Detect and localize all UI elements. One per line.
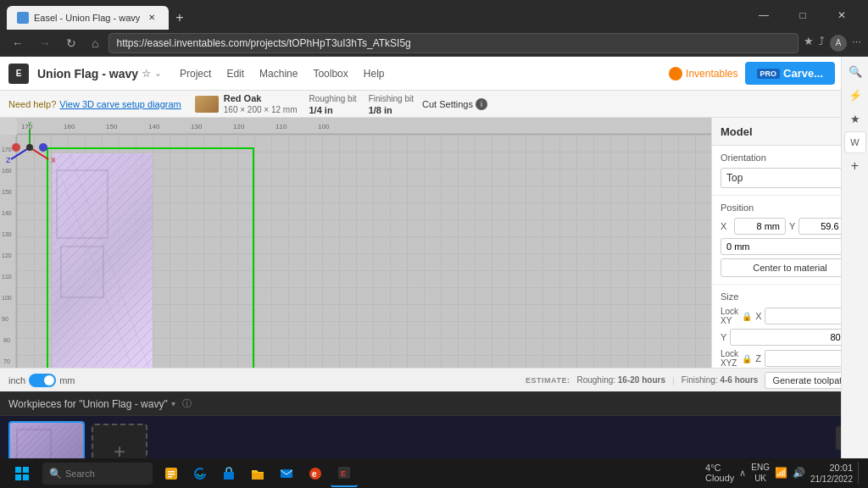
window-controls: — □ ✕ — [744, 0, 861, 30]
more-icon[interactable]: ··· — [852, 35, 861, 52]
tab-close-icon[interactable]: ✕ — [145, 11, 159, 25]
taskbar-explorer-icon[interactable] — [244, 460, 271, 487]
help-text: Need help? — [8, 99, 56, 109]
home-button[interactable]: ⌂ — [86, 35, 103, 52]
weather-temp: 4°C Cloudy — [705, 463, 734, 483]
close-button[interactable]: ✕ — [822, 0, 861, 30]
lock-xyz-label: Lock XYZ — [721, 349, 738, 368]
lock-xyz-icon[interactable]: 🔒 — [742, 354, 752, 363]
wood-swatch — [195, 96, 219, 113]
inventables-icon — [669, 67, 682, 80]
bit-info: Roughing bit 1/4 in Finishing bit 1/8 in — [309, 92, 415, 116]
search-icon: 🔍 — [49, 468, 62, 480]
show-desktop-button[interactable] — [858, 462, 865, 484]
start-button[interactable] — [3, 458, 41, 488]
orientation-label: Orientation — [721, 152, 860, 163]
taskbar-store-icon[interactable] — [215, 460, 242, 487]
info-icon[interactable]: ⓘ — [182, 397, 192, 410]
nav-project[interactable]: Project — [173, 64, 218, 83]
taskbar-file-icon[interactable] — [158, 460, 185, 487]
size-x-label: X — [755, 311, 761, 321]
axis-widget: Y X Z — [4, 122, 55, 173]
app-nav: Project Edit Machine Toolbox Help — [173, 64, 391, 83]
taskbar-search[interactable]: 🔍 Search — [42, 463, 153, 485]
pos-x-label: X — [721, 221, 731, 231]
new-tab-button[interactable]: + — [169, 6, 190, 30]
tab-title: Easel - Union Flag - wavy — [34, 13, 140, 23]
sidebar-copilot-icon[interactable]: ⚡ — [844, 84, 866, 106]
help-diagram-link[interactable]: View 3D carve setup diagram — [59, 99, 181, 109]
svg-rect-31 — [53, 153, 153, 368]
svg-text:140: 140 — [148, 123, 160, 130]
url-input[interactable] — [108, 33, 798, 53]
taskbar-app-icons: e E — [158, 460, 358, 487]
nav-toolbox[interactable]: Toolbox — [306, 64, 354, 83]
svg-text:90: 90 — [2, 316, 8, 322]
cut-settings-info-icon: i — [476, 98, 487, 110]
taskbar-mail-icon[interactable] — [273, 460, 300, 487]
unit-switch[interactable] — [29, 374, 56, 387]
svg-rect-48 — [281, 469, 292, 478]
svg-point-6 — [26, 144, 33, 151]
lock-xy-icon[interactable]: 🔒 — [742, 312, 752, 321]
refresh-button[interactable]: ↻ — [61, 35, 81, 52]
sidebar-collections-icon[interactable]: ★ — [844, 108, 866, 130]
nav-help[interactable]: Help — [357, 64, 392, 83]
svg-rect-47 — [224, 472, 234, 480]
system-tray: 4°C Cloudy ∧ ENG UK 📶 🔊 20:01 21/12/2022 — [705, 462, 865, 485]
app-title: Union Flag - wavy ☆ ⌄ — [37, 67, 161, 80]
minimize-button[interactable]: — — [744, 0, 783, 30]
svg-text:Z: Z — [6, 156, 11, 164]
profile-icon[interactable]: A — [830, 35, 847, 52]
carve-button[interactable]: PRO Carve... — [745, 62, 836, 85]
nav-edit[interactable]: Edit — [220, 64, 251, 83]
orientation-select[interactable]: Top ▾ — [721, 168, 860, 188]
maximize-button[interactable]: □ — [783, 0, 822, 30]
wifi-icon[interactable]: 📶 — [775, 467, 787, 479]
search-label: Search — [65, 469, 95, 479]
back-button[interactable]: ← — [7, 35, 29, 52]
share-icon[interactable]: ⤴ — [819, 35, 825, 52]
taskbar-edge-icon[interactable] — [186, 460, 214, 487]
nav-machine[interactable]: Machine — [253, 64, 304, 83]
roughing-value: 1/4 in — [309, 105, 333, 115]
finishing-label: Finishing bit — [369, 94, 414, 103]
taskbar-app6-icon[interactable]: e — [302, 460, 329, 487]
clock[interactable]: 20:01 21/12/2022 — [810, 462, 853, 485]
inventables-link[interactable]: Inventables — [669, 67, 737, 80]
forward-button[interactable]: → — [34, 35, 56, 52]
roughing-label: Roughing bit — [309, 94, 357, 103]
svg-text:X: X — [51, 156, 55, 164]
taskbar-app7-icon[interactable]: E — [331, 460, 358, 487]
wood-name: Red Oak — [224, 93, 298, 104]
svg-text:110: 110 — [2, 274, 12, 280]
tray-icons-button[interactable]: ∧ — [739, 468, 746, 479]
pos-x-input[interactable] — [734, 218, 786, 235]
title-chevron-icon[interactable]: ⌄ — [154, 69, 161, 78]
speaker-icon[interactable]: 🔊 — [793, 467, 805, 479]
svg-rect-40 — [23, 467, 29, 473]
star-favorite-icon[interactable]: ☆ — [142, 68, 151, 80]
center-to-material-button[interactable]: Center to material — [721, 258, 860, 277]
svg-text:140: 140 — [2, 210, 12, 216]
sidebar-add-icon[interactable]: + — [844, 155, 866, 177]
dropdown-icon[interactable]: ▾ — [171, 399, 175, 408]
star-icon[interactable]: ★ — [804, 35, 814, 52]
sidebar-search-icon[interactable]: 🔍 — [844, 60, 866, 82]
svg-rect-46 — [168, 476, 172, 478]
svg-rect-41 — [15, 474, 21, 480]
cut-settings-button[interactable]: Cut Settings i — [422, 98, 487, 110]
canvas-area[interactable]: Y X Z 170 160 150 140 130 120 — [0, 118, 711, 368]
wood-dimensions: 160 × 200 × 12 mm — [224, 105, 298, 114]
roughing-time-label: Roughing: 16-20 hours — [576, 375, 665, 385]
size-z-label: Z — [755, 353, 761, 363]
design-content — [53, 153, 153, 368]
active-tab[interactable]: Easel - Union Flag - wavy ✕ — [7, 6, 169, 30]
tab-bar: Easel - Union Flag - wavy ✕ + — [7, 1, 744, 30]
svg-text:e: e — [312, 469, 317, 479]
pos-z-input[interactable] — [721, 238, 860, 255]
bottom-toolbar: inch mm ESTIMATE: Roughing: 16-20 hours … — [0, 368, 868, 391]
sidebar-office-icon[interactable]: W — [844, 131, 866, 153]
design-frame[interactable] — [47, 147, 254, 368]
browser-extensions: ★ ⤴ A ··· — [804, 35, 861, 52]
